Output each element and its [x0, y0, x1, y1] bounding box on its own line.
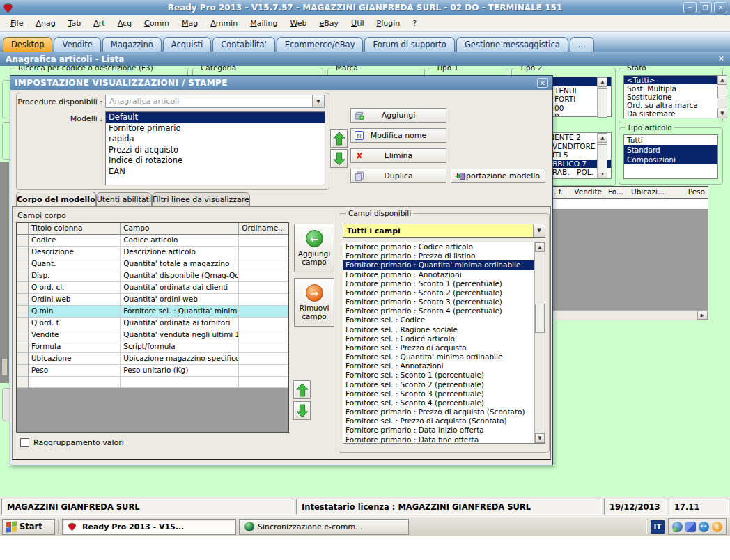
module-tab[interactable]: ...: [570, 37, 594, 52]
column-header[interactable]: Peso: [665, 187, 708, 198]
menu-item[interactable]: Mailing: [244, 17, 284, 30]
column-header[interactable]: Campo: [121, 223, 239, 235]
list-item[interactable]: Fornitore primario: [106, 123, 325, 134]
minimize-button[interactable]: ─: [683, 2, 697, 13]
table-row[interactable]: Formula Script/formula: [17, 341, 288, 353]
module-tab[interactable]: Acquisti: [163, 37, 211, 52]
table-row[interactable]: Q ord. cl. Quantita' ordinata dai client…: [17, 282, 288, 294]
remove-field-button[interactable]: → Rimuovi campo: [294, 278, 334, 327]
row-selector[interactable]: [17, 258, 29, 270]
list-item[interactable]: Fornitore sel. : Codice articolo: [343, 334, 534, 343]
list-item[interactable]: Fornitore primario : Sconto 3 (percentua…: [343, 297, 534, 306]
table-row[interactable]: Disp. Quantita' disponibile (Qmag-Qo...: [17, 270, 288, 282]
scrollbar[interactable]: ▲ ▼: [597, 77, 607, 116]
delete-model-button[interactable]: ✘ Elimina: [350, 148, 446, 163]
tipo-articolo-list[interactable]: TuttiStandardComposizioni: [623, 134, 718, 179]
menu-item[interactable]: Util: [345, 17, 371, 30]
module-tab[interactable]: Contabilita': [212, 37, 275, 52]
move-model-up-button[interactable]: [330, 129, 348, 148]
list-item[interactable]: Ord. su altra marca: [624, 101, 717, 109]
import-model-button[interactable]: Importazione modello: [451, 169, 545, 183]
scrollbar[interactable]: ▲ ▼: [534, 242, 545, 443]
list-item[interactable]: Fornitore primario : Data inizio offerta: [343, 426, 534, 435]
list-item[interactable]: Fornitore primario : Quantita' minima or…: [343, 260, 534, 270]
module-tab[interactable]: Magazzino: [102, 37, 162, 52]
scrollbar[interactable]: ▲ ▼: [597, 133, 607, 178]
table-row[interactable]: Q.min Fornitore sel. : Quantita' minim..…: [17, 306, 288, 318]
fields-filter-combobox[interactable]: Tutti i campi ▼: [343, 224, 545, 238]
scrollbar[interactable]: ▲ ▼: [717, 75, 727, 118]
row-selector[interactable]: [17, 318, 29, 329]
add-field-button[interactable]: ← Aggiungi campo: [294, 224, 334, 272]
column-header[interactable]: Vendite: [566, 187, 605, 198]
restore-button[interactable]: ❐: [699, 2, 712, 13]
list-item[interactable]: <Tutti>: [624, 76, 717, 84]
row-selector[interactable]: [17, 365, 29, 377]
list-item[interactable]: Fornitore primario : Sconto 1 (percentua…: [343, 279, 534, 288]
table-row[interactable]: Peso Peso unitario (Kg): [17, 365, 288, 377]
column-header[interactable]: Fo...: [605, 187, 628, 198]
list-item[interactable]: Fornitore primario : Sconto 2 (percentua…: [343, 288, 534, 297]
scroll-thumb[interactable]: [717, 86, 727, 98]
table-row[interactable]: Ordini web Quantita' ordini web: [17, 294, 288, 306]
move-row-down-button[interactable]: [293, 401, 311, 420]
list-item[interactable]: Fornitore sel. : Ragione sociale: [343, 325, 534, 334]
list-item[interactable]: Fornitore primario : Sconto 4 (percentua…: [343, 306, 534, 316]
list-item[interactable]: Fornitore primario : Data fine offerta: [343, 435, 534, 443]
scroll-up-icon[interactable]: ▲: [598, 77, 607, 87]
menu-item[interactable]: Ammin: [204, 17, 244, 30]
row-selector[interactable]: [17, 294, 29, 306]
row-selector[interactable]: [17, 329, 29, 341]
close-button[interactable]: ✕: [714, 2, 727, 13]
start-button[interactable]: Start: [2, 519, 55, 535]
scroll-down-icon[interactable]: ▼: [717, 109, 727, 118]
row-selector[interactable]: [17, 306, 29, 318]
menu-item[interactable]: ?: [406, 17, 423, 30]
scroll-right-icon[interactable]: ▶: [697, 311, 708, 320]
list-window-close-icon[interactable]: ✕: [718, 54, 724, 63]
taskbar-app-sync[interactable]: Sincronizzazione e-comm...: [239, 519, 409, 535]
taskbar-app-readypro[interactable]: Ready Pro 2013 - V15...: [62, 519, 236, 535]
stato-list[interactable]: <Tutti>Sost. MultiplaSostituzioneOrd. su…: [623, 75, 718, 118]
grouping-checkbox[interactable]: [20, 438, 29, 447]
duplicate-model-button[interactable]: Duplica: [350, 169, 446, 183]
table-row[interactable]: Vendite Quantita' venduta negli ultimi 1…: [17, 329, 288, 341]
list-item[interactable]: Prezzi di acquisto: [106, 145, 325, 156]
list-item[interactable]: Indice di rotazione: [106, 155, 325, 166]
menu-item[interactable]: Acq: [111, 17, 138, 30]
table-row[interactable]: Quant. Quantita' totale a magazzino: [17, 258, 288, 270]
models-list[interactable]: DefaultFornitore primariorapidaPrezzi di…: [105, 111, 325, 185]
procedures-combobox[interactable]: Anagrafica articoli ▼: [105, 95, 325, 108]
dialog-titlebar[interactable]: IMPOSTAZIONE VISUALIZZAZIONI / STAMPE ✕: [10, 76, 552, 90]
module-tab[interactable]: Desktop: [3, 37, 52, 52]
messaging-icon[interactable]: ••: [699, 522, 709, 532]
table-row[interactable]: Ubicazione Ubicazione magazzino specific…: [17, 353, 288, 365]
list-item[interactable]: Fornitore sel. : Sconto 3 (percentuale): [343, 389, 534, 398]
list-item[interactable]: Fornitore sel. : Quantita' minima ordina…: [343, 352, 534, 361]
list-item[interactable]: Fornitore sel. : Prezzo di acquisto (Sco…: [343, 417, 534, 426]
scroll-up-icon[interactable]: ▲: [717, 75, 727, 85]
list-item[interactable]: Fornitore primario : Annotazioni: [343, 270, 534, 279]
list-item[interactable]: Sostituzione: [624, 93, 717, 101]
row-selector[interactable]: [17, 282, 29, 294]
table-row[interactable]: Descrizione Descrizione articolo: [17, 247, 288, 258]
column-header[interactable]: Ubicazi...: [628, 187, 665, 198]
table-row[interactable]: Q ord. f. Quantita' ordinata ai fornitor…: [17, 318, 288, 329]
list-item[interactable]: Tutti: [624, 135, 717, 145]
plugin-icon[interactable]: [685, 522, 696, 532]
scroll-up-icon[interactable]: ▲: [598, 133, 607, 143]
module-tab[interactable]: Forum di supporto: [364, 37, 454, 52]
menu-item[interactable]: Anag: [29, 17, 61, 30]
column-header[interactable]: Ordiname...: [239, 223, 288, 235]
module-tab[interactable]: Ecommerce/eBay: [277, 37, 364, 52]
dialog-tab[interactable]: Utenti abilitati: [96, 192, 152, 207]
language-indicator[interactable]: IT: [651, 520, 665, 534]
list-item[interactable]: Fornitore primario : Prezzo di acquisto …: [343, 407, 534, 417]
list-item[interactable]: Fornitore sel. : Sconto 2 (percentuale): [343, 380, 534, 389]
row-selector[interactable]: [17, 270, 29, 282]
list-item[interactable]: Standard: [624, 145, 717, 155]
menu-item[interactable]: eBay: [313, 17, 345, 30]
list-item[interactable]: Fornitore sel. : Prezzo di acquisto: [343, 343, 534, 352]
network-globe-icon[interactable]: [672, 522, 683, 532]
menu-item[interactable]: Tab: [62, 17, 88, 30]
